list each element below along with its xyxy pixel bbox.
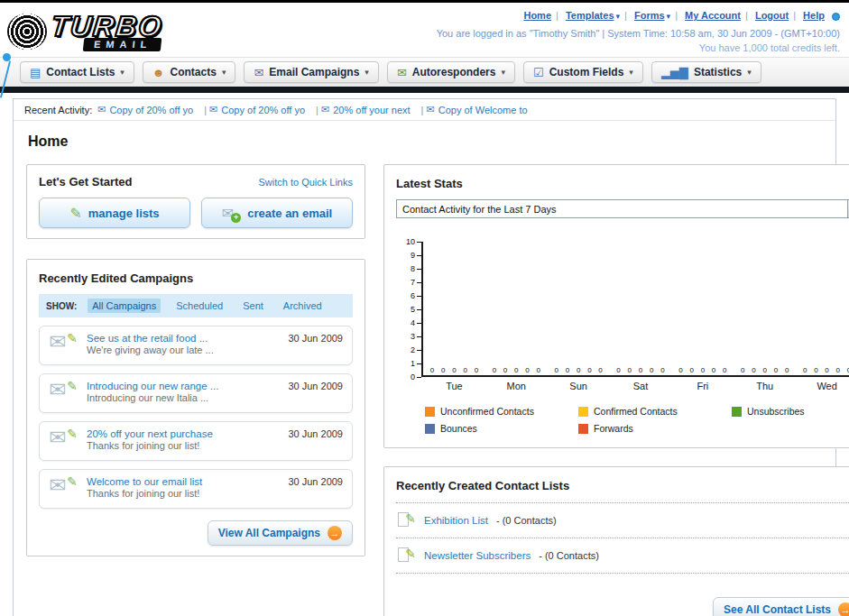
top-nav-link[interactable]: Logout bbox=[755, 10, 789, 21]
top-nav-link[interactable]: Help bbox=[803, 10, 825, 21]
bar-value-label: 0 bbox=[452, 366, 456, 374]
campaign-list: ✉✎ See us at the retail food ... We're g… bbox=[39, 326, 353, 509]
top-nav-link[interactable]: Templates bbox=[566, 10, 614, 21]
campaign-row[interactable]: ✉✎ 20% off your next purchase Thanks for… bbox=[39, 421, 353, 461]
campaign-title-link[interactable]: Introducing our new range ... bbox=[87, 381, 218, 391]
bar-value-label: 0 bbox=[701, 366, 705, 374]
bar-value-label: 0 bbox=[525, 366, 529, 374]
campaign-date: 30 Jun 2009 bbox=[288, 333, 343, 344]
campaign-filter[interactable]: Scheduled bbox=[171, 299, 227, 313]
chevron-down-icon: ▾ bbox=[365, 68, 369, 77]
bar-value-label: 0 bbox=[650, 366, 653, 374]
chart-x-axis: TueMonSunSatFriThuWed bbox=[423, 381, 849, 391]
get-started-button[interactable]: ✎ + manage lists bbox=[39, 198, 190, 228]
logo-text-turbo: TURBO bbox=[50, 13, 164, 40]
contact-activity-chart: 012345678910 000000000000000000000000000… bbox=[398, 242, 849, 434]
top-nav-link[interactable]: Forms bbox=[634, 10, 665, 21]
contact-list-row[interactable]: ✎ Exhibition List - (0 Contacts) bbox=[396, 502, 849, 538]
recent-activity-link[interactable]: 20% off your next bbox=[333, 105, 410, 115]
nav-tab[interactable]: ✉ Email Campaigns ▾ bbox=[244, 61, 378, 83]
campaign-date: 30 Jun 2009 bbox=[288, 428, 343, 439]
nav-tab[interactable]: ☑ Custom Fields ▾ bbox=[523, 61, 643, 83]
chart-plot: 00000000000000000000000000000000000 bbox=[421, 242, 849, 377]
campaign-filter[interactable]: Sent bbox=[238, 299, 268, 313]
nav-tab[interactable]: ☻ Contacts ▾ bbox=[143, 61, 236, 83]
legend-label: Forwards bbox=[594, 423, 633, 434]
campaign-filter[interactable]: Archived bbox=[279, 299, 327, 313]
get-started-button[interactable]: ✉ + create an email bbox=[201, 198, 353, 228]
campaign-title-link[interactable]: 20% off your next purchase bbox=[87, 428, 213, 439]
top-nav-link[interactable]: Home bbox=[523, 10, 551, 21]
campaign-title-link[interactable]: Welcome to our email list bbox=[87, 476, 202, 487]
legend-label: Confirmed Contacts bbox=[594, 406, 678, 417]
y-axis-tick: 6 bbox=[402, 291, 421, 300]
pencil-icon: ✎ bbox=[69, 205, 81, 222]
campaign-subtitle: Thanks for joining our list! bbox=[87, 440, 213, 451]
bar-value-label: 0 bbox=[577, 366, 580, 374]
bar-value-label: 0 bbox=[537, 366, 540, 374]
contact-list-link[interactable]: Newsletter Subscribers bbox=[424, 550, 531, 561]
chevron-down-icon: ▾ bbox=[222, 68, 226, 77]
contact-lists-panel-title: Recently Created Contact Lists bbox=[396, 479, 569, 492]
x-axis-label: Sun bbox=[548, 381, 610, 391]
chart-day-group: 00000 bbox=[671, 242, 734, 375]
email-icon: ✉ bbox=[427, 104, 435, 115]
recent-activity-link[interactable]: Copy of 20% off yo bbox=[221, 105, 305, 115]
contact-list-link[interactable]: Exhibition List bbox=[424, 515, 488, 526]
logo-swoosh-icon bbox=[7, 14, 47, 50]
campaign-row[interactable]: ✉✎ See us at the retail food ... We're g… bbox=[39, 326, 353, 365]
bar-value-label: 0 bbox=[774, 366, 778, 374]
view-all-campaigns-button[interactable]: View All Campaigns → bbox=[208, 520, 353, 546]
email-icon: ✉ bbox=[321, 104, 329, 115]
contact-list-row[interactable]: ✎ Newsletter Subscribers - (0 Contacts) bbox=[396, 538, 849, 573]
recent-activity-item: ✉Copy of 20% off yo bbox=[209, 104, 318, 115]
chart-day-group: 00000 bbox=[796, 242, 849, 375]
y-axis-tick: 2 bbox=[402, 345, 421, 354]
recent-activity-link[interactable]: Copy of 20% off yo bbox=[109, 105, 193, 115]
page-title: Home bbox=[28, 133, 823, 150]
campaign-filter[interactable]: All Campaigns bbox=[88, 299, 161, 313]
campaign-row[interactable]: ✉✎ Welcome to our email list Thanks for … bbox=[39, 469, 353, 509]
nav-tab[interactable]: ▂▅▇ Statistics ▾ bbox=[651, 61, 761, 83]
recent-activity-bar: Recent Activity: ✉Copy of 20% off yo ✉Co… bbox=[14, 99, 835, 121]
campaign-title-link[interactable]: See us at the retail food ... bbox=[87, 333, 214, 344]
legend-item: Forwards bbox=[578, 423, 732, 434]
legend-item: Unconfirmed Contacts bbox=[425, 406, 578, 417]
recent-activity-item: ✉Copy of 20% off yo bbox=[97, 104, 207, 115]
chevron-down-icon: ▾ bbox=[501, 68, 505, 77]
custom-fields-icon: ☑ bbox=[533, 67, 544, 78]
chart-day-group: 00000 bbox=[485, 242, 548, 375]
switch-quick-links-link[interactable]: Switch to Quick Links bbox=[258, 177, 353, 188]
button-label: See All Contact Lists bbox=[724, 603, 831, 616]
bar-value-label: 0 bbox=[752, 366, 755, 374]
top-nav-item: Forms▾ bbox=[634, 10, 682, 21]
bar-value-label: 0 bbox=[741, 366, 744, 374]
bar-value-label: 0 bbox=[763, 366, 767, 374]
button-label: create an email bbox=[247, 207, 332, 220]
x-axis-label: Tue bbox=[423, 381, 485, 391]
latest-stats-panel: Latest Stats Contact Activity for the La… bbox=[383, 164, 849, 448]
bar-value-label: 0 bbox=[628, 366, 632, 374]
legend-label: Bounces bbox=[440, 423, 477, 434]
campaign-subtitle: We're giving away our late ... bbox=[87, 345, 214, 355]
chart-day-group: 00000 bbox=[423, 242, 485, 375]
top-nav-item: My Account▾ bbox=[685, 10, 752, 21]
bar-value-label: 0 bbox=[678, 366, 682, 374]
nav-tab[interactable]: ✉ Autoresponders ▾ bbox=[387, 61, 515, 83]
recent-activity-link[interactable]: Copy of Welcome to bbox=[438, 105, 528, 115]
stats-period-select[interactable]: Contact Activity for the Last 7 Days ▼ bbox=[396, 199, 849, 218]
bar-value-label: 0 bbox=[587, 366, 591, 374]
see-all-contact-lists-button[interactable]: See All Contact Lists → bbox=[713, 597, 849, 616]
top-nav-link[interactable]: My Account bbox=[685, 10, 741, 21]
campaign-row[interactable]: ✉✎ Introducing our new range ... Introdu… bbox=[39, 373, 353, 413]
bar-value-label: 0 bbox=[493, 366, 496, 374]
chart-day-group: 00000 bbox=[610, 242, 672, 375]
chart-day-group: 00000 bbox=[548, 242, 610, 375]
nav-tab[interactable]: ▤ Contact Lists ▾ bbox=[20, 61, 134, 83]
app-logo: TURBO EMAIL bbox=[7, 6, 162, 55]
autoresponders-icon: ✉ bbox=[397, 67, 407, 78]
x-axis-label: Mon bbox=[485, 381, 548, 391]
chart-legend: Unconfirmed ContactsConfirmed ContactsUn… bbox=[425, 406, 849, 434]
contacts-icon: ☻ bbox=[152, 67, 165, 78]
main-content: Home Let's Get Started Switch to Quick L… bbox=[14, 121, 835, 616]
